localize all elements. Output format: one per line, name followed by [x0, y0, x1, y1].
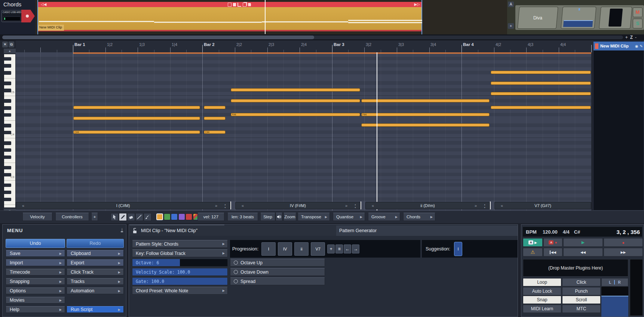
menu-item-export[interactable]: Export▶	[67, 259, 124, 266]
black-key[interactable]	[4, 166, 11, 169]
eraser-tool[interactable]	[127, 213, 135, 221]
black-key[interactable]	[4, 57, 11, 61]
transport-snap-button[interactable]: Snap	[523, 296, 561, 304]
field-key[interactable]: Key: Follow Global Track▶	[132, 249, 228, 257]
master-fader[interactable]	[601, 296, 628, 317]
black-key[interactable]	[4, 184, 11, 187]
note-length-button[interactable]: len: 3 beats	[227, 213, 258, 221]
midi-note-F4[interactable]	[73, 117, 200, 120]
close-editor-button[interactable]: ✕	[2, 41, 8, 47]
midi-note-C5[interactable]	[491, 92, 591, 95]
step-entry-button[interactable]: Step	[260, 213, 275, 221]
chord-next-icon[interactable]: »	[215, 202, 217, 209]
track-header[interactable]: Chords CASIO USB-MIDI	[0, 0, 36, 34]
black-key[interactable]	[4, 106, 11, 110]
midi-note-A#4[interactable]	[231, 99, 360, 102]
controllers-button[interactable]: Controllers	[55, 213, 89, 221]
playhead[interactable]	[377, 52, 377, 210]
chord-region[interactable]: I (C#M)«»▴▾	[16, 202, 230, 209]
transport-punch-button[interactable]: Punch	[562, 287, 601, 295]
groove-menu-button[interactable]: Groove▶	[368, 213, 400, 221]
chord-next-icon[interactable]: »	[475, 202, 477, 209]
clip-loop-icon[interactable]	[237, 3, 241, 7]
menu-item-movies[interactable]: Movies▶	[6, 297, 65, 304]
chord-updown-icon[interactable]: ▴▾	[353, 203, 357, 209]
menu-item-run-script[interactable]: Run Script▶	[67, 306, 124, 313]
clip-name-label[interactable]: New MIDI Clip	[38, 25, 64, 31]
black-key[interactable]	[4, 198, 11, 201]
transpose-menu-button[interactable]: Transpose▶	[298, 213, 330, 221]
black-key[interactable]	[4, 113, 11, 117]
zoom-in-button[interactable]: +	[625, 35, 630, 40]
return-to-start-button[interactable]: ◀◀	[543, 248, 562, 256]
chord-prev-icon[interactable]: «	[501, 202, 503, 209]
list-icon[interactable]: ≡	[335, 244, 343, 253]
menu-item-import[interactable]: Import▶	[6, 259, 65, 266]
level-meter-plugin[interactable]	[599, 7, 632, 29]
midi-note-C#4[interactable]: C#4	[73, 130, 200, 134]
menu-item-automation[interactable]: Automation▶	[67, 287, 124, 294]
auto-play-button[interactable]: A▶	[523, 238, 543, 247]
chord-next-icon[interactable]: »	[345, 202, 347, 209]
color-swatch-3[interactable]	[178, 213, 185, 220]
menu-item-click-track[interactable]: Click Track▶	[67, 269, 124, 276]
cursor-tool[interactable]	[111, 213, 119, 221]
time-signature[interactable]: 4/4	[558, 229, 570, 235]
zoom-out-button[interactable]: -	[635, 35, 639, 40]
clip-filled-square-icon[interactable]	[233, 3, 236, 6]
visibility-eye-icon[interactable]: ◉	[635, 44, 638, 48]
color-swatch-4[interactable]	[185, 213, 192, 220]
menu-item-options[interactable]: Options▶	[6, 287, 65, 294]
transport-scroll-button[interactable]: Scroll	[562, 296, 601, 304]
record-target-arrow-icon[interactable]	[21, 10, 35, 22]
midi-note-A#4[interactable]	[361, 99, 490, 102]
track-name[interactable]: Chords	[3, 1, 21, 7]
automation-button[interactable]: A	[508, 1, 514, 7]
black-key[interactable]	[4, 71, 11, 74]
chord-region[interactable]: ii (D#m)«»▴▾	[365, 202, 490, 209]
transport-readout[interactable]: BPM 120.00 4/4 C# 3, 2 , 356	[523, 227, 642, 237]
zoom-controls[interactable]: +Z-	[625, 35, 639, 40]
transport-midi-learn-button[interactable]: MIDI Learn	[523, 305, 561, 313]
progression-chord-I[interactable]: I	[261, 242, 276, 256]
velocity-button[interactable]: Velocity	[22, 213, 52, 221]
midi-note-D#4[interactable]	[361, 123, 490, 127]
redo-button[interactable]: Redo	[67, 239, 124, 248]
clip-outline-square-icon[interactable]	[228, 3, 231, 7]
clip-copy-icon[interactable]	[243, 3, 246, 7]
field-pattern-style[interactable]: Pattern Style: Chords▶	[132, 240, 228, 248]
solo-button[interactable]: S	[633, 19, 643, 28]
color-swatch-1[interactable]	[164, 213, 171, 220]
black-key[interactable]	[4, 124, 11, 127]
midi-note-F4[interactable]	[204, 117, 226, 120]
progression-chord-V7[interactable]: V7	[311, 242, 325, 256]
chord-updown-icon[interactable]: ▴▾	[483, 203, 487, 209]
field-octave[interactable]: Octave: 6	[132, 259, 228, 267]
transport-loop-button[interactable]: Loop	[523, 278, 561, 286]
midi-note-F#4[interactable]: F#4	[361, 113, 490, 116]
brush-tool[interactable]	[144, 213, 151, 221]
midi-input-device[interactable]: CASIO USB-MIDI	[1, 10, 22, 22]
midi-note-C#5[interactable]	[231, 88, 360, 92]
clip-properties-icon[interactable]	[248, 3, 251, 6]
clip-prev-icon[interactable]: ◁◀	[41, 2, 46, 7]
black-key[interactable]	[4, 191, 11, 194]
black-key[interactable]	[4, 156, 11, 159]
menu-item-timecode[interactable]: Timecode▶	[6, 269, 65, 276]
black-key[interactable]	[4, 99, 11, 102]
note-grid[interactable]: C#4C#4F#4F#4	[16, 52, 591, 210]
chord-prev-icon[interactable]: «	[242, 202, 244, 209]
midi-note-G#4[interactable]	[491, 106, 591, 109]
line-tool[interactable]	[135, 213, 143, 221]
menu-item-clipboard[interactable]: Clipboard▶	[67, 250, 124, 257]
play-button[interactable]: ▶	[563, 238, 603, 247]
black-key[interactable]	[4, 81, 11, 85]
zoom-menu-button[interactable]: Zoom	[283, 213, 296, 221]
popout-editor-button[interactable]: ⧉	[9, 41, 14, 47]
quantise-menu-button[interactable]: Quantise▶	[333, 213, 365, 221]
volume-pan-plugin[interactable]	[561, 7, 596, 29]
time-display[interactable]: 3, 2 , 356	[616, 229, 642, 235]
velocity-value-button[interactable]: vel: 127	[197, 213, 224, 221]
field-gate[interactable]: Gate: 100.0	[132, 277, 228, 285]
piano-keys[interactable]: C5C4C3	[4, 54, 16, 208]
